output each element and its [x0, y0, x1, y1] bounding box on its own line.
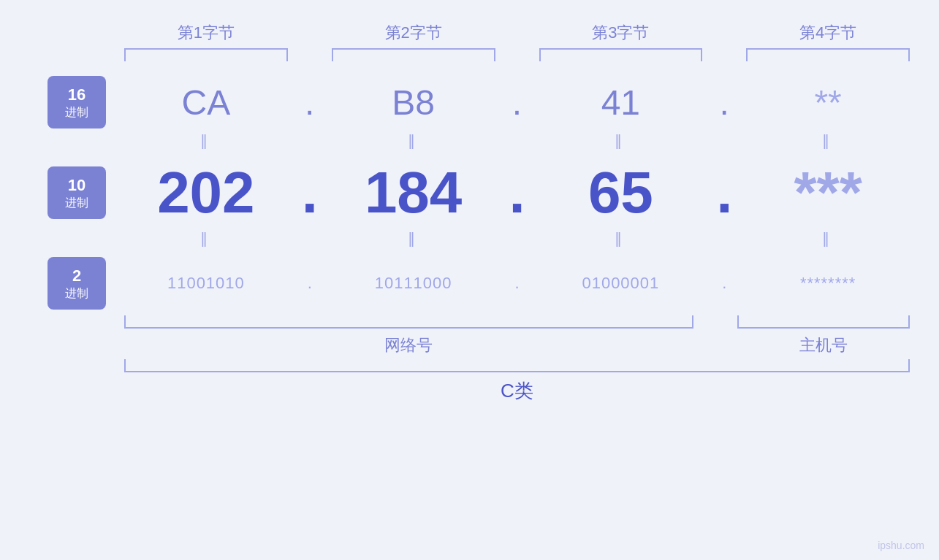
decimal-row-content: 202 . 184 . 65 . *** — [124, 159, 910, 226]
bracket-top-3 — [539, 48, 703, 61]
eq-3: ‖ — [539, 131, 703, 149]
bottom-dot-spacer — [693, 315, 737, 356]
bracket-top-2 — [332, 48, 495, 61]
dec-dot-3: . — [702, 159, 746, 226]
col-header-4: 第4字节 — [746, 22, 910, 61]
decimal-label-top: 10 — [68, 176, 85, 195]
bin-value-1: 11001010 — [124, 274, 288, 293]
eq-dot-1 — [288, 131, 332, 149]
class-row: C类 — [29, 359, 910, 404]
binary-row: 2 进制 11001010 . 10111000 . 01000001 . **… — [29, 257, 910, 310]
host-bracket-bottom — [737, 315, 910, 329]
col-header-label-1: 第1字节 — [178, 22, 235, 44]
hex-label: 16 进制 — [47, 76, 106, 129]
dec-dot-2: . — [495, 159, 539, 226]
eq-4: ‖ — [746, 131, 910, 149]
bin-value-2: 10111000 — [332, 274, 495, 293]
hex-label-bottom: 进制 — [65, 105, 88, 119]
bin-value-4: ******** — [746, 274, 910, 293]
hex-dot-3: . — [702, 83, 746, 123]
host-label: 主机号 — [799, 334, 848, 356]
hex-dot-2: . — [495, 83, 539, 123]
hex-label-top: 16 — [68, 85, 85, 104]
eq-dot-3 — [702, 131, 746, 149]
class-label: C类 — [501, 378, 533, 404]
watermark: ipshu.com — [878, 540, 924, 551]
network-bracket-area: 网络号 — [124, 315, 693, 356]
eq-6: ‖ — [332, 229, 495, 247]
eq-dot-6 — [495, 229, 539, 247]
network-bracket-bottom — [124, 315, 693, 329]
header-row: 第1字节 第2字节 第3字节 第4字节 — [29, 22, 910, 61]
col-header-1: 第1字节 — [124, 22, 288, 61]
col-header-label-3: 第3字节 — [592, 22, 649, 44]
decimal-label-bottom: 进制 — [65, 196, 88, 210]
col-header-label-4: 第4字节 — [799, 22, 856, 44]
equals-content-2: ‖ ‖ ‖ ‖ — [124, 229, 910, 247]
eq-8: ‖ — [746, 229, 910, 247]
host-bracket-area: 主机号 — [737, 315, 910, 356]
bracket-top-4 — [746, 48, 910, 61]
equals-row-1: ‖ ‖ ‖ ‖ — [29, 131, 910, 149]
decimal-row: 10 进制 202 . 184 . 65 . *** — [29, 159, 910, 226]
binary-label: 2 进制 — [47, 257, 106, 310]
eq-dot-7 — [702, 229, 746, 247]
dec-value-2: 184 — [332, 159, 495, 226]
columns-area: 第1字节 第2字节 第3字节 第4字节 — [124, 22, 910, 61]
eq-5: ‖ — [124, 229, 288, 247]
eq-dot-2 — [495, 131, 539, 149]
equals-content-1: ‖ ‖ ‖ ‖ — [124, 131, 910, 149]
dec-value-1: 202 — [124, 159, 288, 226]
eq-dot-5 — [288, 229, 332, 247]
equals-row-2: ‖ ‖ ‖ ‖ — [29, 229, 910, 247]
network-label: 网络号 — [384, 334, 433, 356]
hex-value-2: B8 — [332, 83, 495, 123]
hex-row-content: CA . B8 . 41 . ** — [124, 83, 910, 123]
dec-value-4: *** — [746, 159, 910, 226]
hex-value-3: 41 — [539, 83, 703, 123]
eq-2: ‖ — [332, 131, 495, 149]
hex-value-1: CA — [124, 83, 288, 123]
hex-label-wrapper: 16 进制 — [29, 76, 124, 129]
eq-7: ‖ — [539, 229, 703, 247]
hex-value-4: ** — [746, 83, 910, 123]
hex-row: 16 进制 CA . B8 . 41 . ** — [29, 76, 910, 129]
binary-label-bottom: 进制 — [65, 286, 88, 300]
class-bracket-outer: C类 — [124, 359, 910, 404]
col-header-label-2: 第2字节 — [385, 22, 442, 44]
bottom-content: 网络号 主机号 — [124, 315, 910, 356]
bracket-top-1 — [124, 48, 288, 61]
dec-value-3: 65 — [539, 159, 703, 226]
col-header-2: 第2字节 — [332, 22, 495, 61]
decimal-label-wrapper: 10 进制 — [29, 166, 124, 219]
bin-dot-2: . — [495, 274, 539, 293]
dec-dot-1: . — [288, 159, 332, 226]
bin-value-3: 01000001 — [539, 274, 703, 293]
col-header-3: 第3字节 — [539, 22, 703, 61]
bottom-brackets-row: 网络号 主机号 — [29, 315, 910, 356]
bin-dot-1: . — [288, 274, 332, 293]
eq-1: ‖ — [124, 131, 288, 149]
binary-label-top: 2 — [72, 266, 81, 285]
binary-label-wrapper: 2 进制 — [29, 257, 124, 310]
hex-dot-1: . — [288, 83, 332, 123]
label-offset — [29, 22, 124, 61]
bin-dot-3: . — [702, 274, 746, 293]
decimal-label: 10 进制 — [47, 166, 106, 219]
class-bracket-line — [124, 359, 910, 372]
main-container: 第1字节 第2字节 第3字节 第4字节 16 进制 — [0, 0, 939, 560]
binary-row-content: 11001010 . 10111000 . 01000001 . *******… — [124, 274, 910, 293]
